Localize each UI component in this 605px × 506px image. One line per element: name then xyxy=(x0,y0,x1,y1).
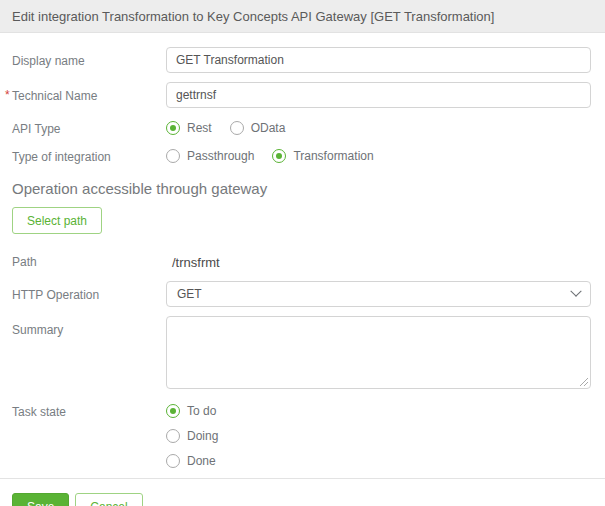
radio-option-todo[interactable]: To do xyxy=(166,404,216,418)
footer-actions: Save Cancel xyxy=(0,479,605,506)
select-path-button[interactable]: Select path xyxy=(12,207,102,234)
radio-option-rest[interactable]: Rest xyxy=(166,121,212,135)
display-name-input[interactable] xyxy=(166,47,591,73)
radio-option-todo-label: To do xyxy=(187,404,216,418)
display-name-row: Display name xyxy=(0,47,605,73)
technical-name-input[interactable] xyxy=(166,82,591,108)
path-label: Path xyxy=(12,248,166,269)
radio-option-odata-label: OData xyxy=(251,121,286,135)
api-type-row: API Type Rest OData xyxy=(0,120,605,136)
radio-unchecked-icon xyxy=(166,454,180,468)
radio-option-transformation[interactable]: Transformation xyxy=(272,149,373,163)
summary-row: Summary xyxy=(0,316,605,389)
section-heading-operation: Operation accessible through gateway xyxy=(0,180,605,197)
page-title: Edit integration Transformation to Key C… xyxy=(12,9,494,24)
http-operation-label: HTTP Operation xyxy=(12,281,166,302)
required-asterisk: * xyxy=(5,88,10,102)
radio-option-odata[interactable]: OData xyxy=(230,121,286,135)
display-name-label: Display name xyxy=(12,47,166,68)
integration-type-label: Type of integration xyxy=(12,148,166,164)
radio-option-doing-label: Doing xyxy=(187,429,218,443)
http-operation-selected-value: GET xyxy=(177,287,572,301)
radio-option-doing[interactable]: Doing xyxy=(166,429,218,443)
resize-handle-icon[interactable] xyxy=(578,376,588,386)
radio-option-passthrough[interactable]: Passthrough xyxy=(166,149,254,163)
radio-checked-icon xyxy=(166,121,180,135)
summary-textarea[interactable] xyxy=(166,316,591,389)
form-content: Display name * Technical Name API Type R… xyxy=(0,33,605,506)
http-operation-select[interactable]: GET xyxy=(166,281,591,307)
radio-unchecked-icon xyxy=(166,429,180,443)
path-row: Path /trnsfrmt xyxy=(0,248,605,270)
radio-option-transformation-label: Transformation xyxy=(293,149,373,163)
path-value: /trnsfrmt xyxy=(166,248,591,270)
radio-option-done-label: Done xyxy=(187,454,216,468)
chevron-down-icon xyxy=(570,286,581,297)
task-state-label: Task state xyxy=(12,403,166,419)
radio-option-passthrough-label: Passthrough xyxy=(187,149,254,163)
integration-type-row: Type of integration Passthrough Transfor… xyxy=(0,148,605,164)
radio-checked-icon xyxy=(166,404,180,418)
technical-name-label: * Technical Name xyxy=(12,82,166,103)
radio-checked-icon xyxy=(272,149,286,163)
task-state-row: Task state To do Doing Done xyxy=(0,403,605,468)
radio-option-rest-label: Rest xyxy=(187,121,212,135)
integration-type-radio-group: Passthrough Transformation xyxy=(166,148,591,163)
radio-option-done[interactable]: Done xyxy=(166,454,216,468)
task-state-radio-group: To do Doing Done xyxy=(166,403,591,468)
cancel-button[interactable]: Cancel xyxy=(75,493,142,506)
api-type-radio-group: Rest OData xyxy=(166,120,591,135)
dialog-titlebar: Edit integration Transformation to Key C… xyxy=(0,0,605,33)
http-operation-row: HTTP Operation GET xyxy=(0,281,605,307)
save-button[interactable]: Save xyxy=(12,493,69,506)
technical-name-row: * Technical Name xyxy=(0,82,605,108)
radio-unchecked-icon xyxy=(166,149,180,163)
summary-label: Summary xyxy=(12,316,166,337)
api-type-label: API Type xyxy=(12,120,166,136)
technical-name-label-text: Technical Name xyxy=(12,89,97,103)
radio-unchecked-icon xyxy=(230,121,244,135)
